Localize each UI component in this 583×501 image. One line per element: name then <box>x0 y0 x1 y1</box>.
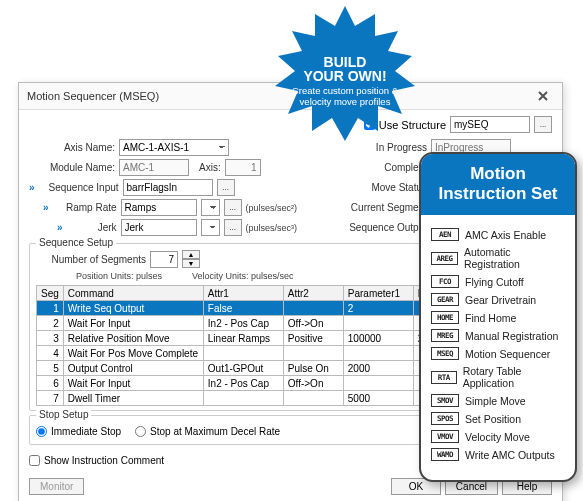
seq-input-label: Sequence Input <box>41 182 119 193</box>
burst-sub: Create custom position & velocity move p… <box>290 85 400 108</box>
instruction-badge: SPOS <box>431 412 459 425</box>
instruction-badge: FCO <box>431 275 459 288</box>
instruction-item: SMOVSimple Move <box>431 394 565 407</box>
monitor-button[interactable]: Monitor <box>29 478 84 495</box>
instruction-badge: VMOV <box>431 430 459 443</box>
seq-input-field[interactable] <box>123 179 213 196</box>
col-a1[interactable]: Attr1 <box>203 286 283 301</box>
axis-name-select[interactable]: AMC-1-AXIS-1 <box>119 139 229 156</box>
instruction-set-card: Motion Instruction Set AENAMC Axis Enabl… <box>419 152 577 482</box>
dialog-title: Motion Sequencer (MSEQ) <box>27 90 159 102</box>
use-structure-browse[interactable]: ... <box>534 116 552 133</box>
close-button[interactable] <box>532 87 554 105</box>
curseg-label: Current Segment <box>339 202 427 213</box>
instruction-item: MREGManual Registration <box>431 329 565 342</box>
ramp-rate-browse[interactable]: ... <box>224 199 242 216</box>
instruction-badge: HOME <box>431 311 459 324</box>
instruction-label: Motion Sequencer <box>465 348 550 360</box>
complete-label: Complete <box>339 162 427 173</box>
instruction-badge: SMOV <box>431 394 459 407</box>
seqout-label: Sequence Output <box>339 222 427 233</box>
jerk-field[interactable] <box>121 219 197 236</box>
instruction-label: Manual Registration <box>465 330 558 342</box>
numseg-input[interactable] <box>150 251 178 268</box>
instruction-badge: MSEQ <box>431 347 459 360</box>
col-seg[interactable]: Seg <box>37 286 64 301</box>
stop-title: Stop Setup <box>36 409 91 420</box>
instruction-item: FCOFlying Cutoff <box>431 275 565 288</box>
axis-name-label: Axis Name: <box>29 142 115 153</box>
vel-units: Velocity Units: pulses/sec <box>192 271 294 281</box>
chevron-icon: » <box>57 222 63 233</box>
card-header: Motion Instruction Set <box>421 154 575 215</box>
burst-line2: YOUR OWN! <box>303 69 386 83</box>
axis-input <box>225 159 261 176</box>
instruction-label: Simple Move <box>465 395 526 407</box>
instruction-label: Automatic Registration <box>464 246 565 270</box>
instruction-item: HOMEFind Home <box>431 311 565 324</box>
instruction-badge: GEAR <box>431 293 459 306</box>
chevron-icon: » <box>43 202 49 213</box>
instruction-badge: AREG <box>431 252 458 265</box>
use-structure-input[interactable] <box>450 116 530 133</box>
numseg-label: Number of Segments <box>36 254 146 265</box>
ramp-rate-label: Ramp Rate <box>55 202 117 213</box>
instruction-label: Velocity Move <box>465 431 530 443</box>
instruction-label: Rotary Table Application <box>463 365 565 389</box>
instruction-item: MSEQMotion Sequencer <box>431 347 565 360</box>
stop-decel[interactable]: Stop at Maximum Decel Rate <box>135 422 280 437</box>
instruction-label: Set Position <box>465 413 521 425</box>
instruction-badge: AEN <box>431 228 459 241</box>
col-cmd[interactable]: Command <box>63 286 203 301</box>
promo-starburst: BUILD YOUR OWN! Create custom position &… <box>270 6 420 156</box>
instruction-label: AMC Axis Enable <box>465 229 546 241</box>
instruction-item: WAMOWrite AMC Outputs <box>431 448 565 461</box>
ramp-rate-dd[interactable] <box>201 199 220 216</box>
instruction-item: GEARGear Drivetrain <box>431 293 565 306</box>
instruction-item: VMOVVelocity Move <box>431 430 565 443</box>
module-name-label: Module Name: <box>29 162 115 173</box>
axis-label: Axis: <box>199 162 221 173</box>
instruction-item: AREGAutomatic Registration <box>431 246 565 270</box>
jerk-browse[interactable]: ... <box>224 219 242 236</box>
ramp-units: (pulses/sec²) <box>246 203 298 213</box>
close-icon <box>538 91 548 101</box>
jerk-dd[interactable] <box>201 219 220 236</box>
instruction-label: Find Home <box>465 312 516 324</box>
ramp-rate-field[interactable] <box>121 199 197 216</box>
jerk-units: (pulses/sec³) <box>246 223 298 233</box>
instruction-badge: RTA <box>431 371 457 384</box>
stop-immediate[interactable]: Immediate Stop <box>36 422 121 437</box>
seq-setup-title: Sequence Setup <box>36 237 116 248</box>
instruction-label: Gear Drivetrain <box>465 294 536 306</box>
instruction-item: AENAMC Axis Enable <box>431 228 565 241</box>
col-a2[interactable]: Attr2 <box>283 286 343 301</box>
instruction-badge: MREG <box>431 329 459 342</box>
movestatus-label: Move Status <box>339 182 427 193</box>
instruction-item: RTARotary Table Application <box>431 365 565 389</box>
seq-input-browse[interactable]: ... <box>217 179 235 196</box>
instruction-item: SPOSSet Position <box>431 412 565 425</box>
instruction-label: Flying Cutoff <box>465 276 524 288</box>
numseg-down[interactable]: ▼ <box>182 259 200 268</box>
numseg-up[interactable]: ▲ <box>182 250 200 259</box>
instruction-label: Write AMC Outputs <box>465 449 555 461</box>
col-p1[interactable]: Parameter1 <box>343 286 413 301</box>
pos-units: Position Units: pulses <box>76 271 162 281</box>
module-name-input <box>119 159 189 176</box>
instruction-badge: WAMO <box>431 448 459 461</box>
chevron-icon: » <box>29 182 35 193</box>
jerk-label: Jerk <box>69 222 117 233</box>
burst-line1: BUILD <box>324 55 367 69</box>
